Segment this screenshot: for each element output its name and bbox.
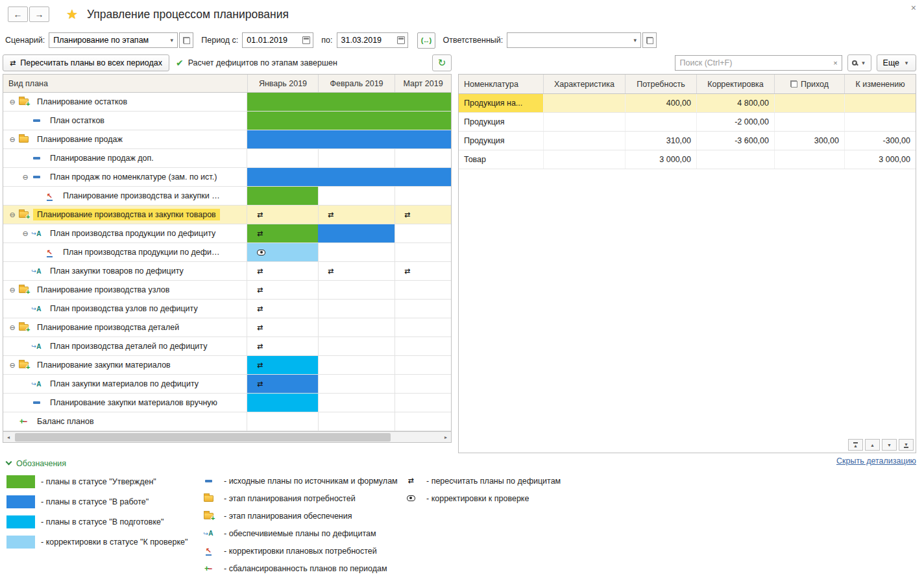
table-cell[interactable]	[543, 113, 625, 131]
scroll-up-button[interactable]	[865, 439, 880, 451]
gantt-row[interactable]: План производства деталей по дефициту	[3, 337, 451, 356]
search-button[interactable]	[847, 54, 871, 71]
clear-search-icon[interactable]	[830, 59, 842, 67]
gantt-bar[interactable]	[247, 168, 451, 186]
gantt-month-cell[interactable]	[395, 149, 451, 167]
gantt-month-cell[interactable]	[247, 149, 318, 167]
gantt-month-cell[interactable]	[395, 337, 451, 355]
gantt-row[interactable]: Планирование продаж	[3, 130, 451, 149]
gantt-month-cell[interactable]	[395, 356, 451, 374]
gantt-month-cell[interactable]	[395, 206, 451, 224]
scenario-choose-button[interactable]	[179, 32, 193, 48]
table-cell[interactable]: 300,00	[774, 132, 844, 150]
expander-icon[interactable]	[9, 286, 15, 294]
scrollbar-thumb[interactable]	[15, 433, 391, 442]
search-input[interactable]	[675, 58, 830, 67]
calendar-icon[interactable]	[300, 33, 313, 47]
gantt-bar[interactable]	[247, 112, 451, 130]
table-cell[interactable]	[774, 94, 844, 112]
table-cell[interactable]	[543, 94, 625, 112]
gantt-row[interactable]: Планирование закупки материалов	[3, 356, 451, 375]
plan-label-cell[interactable]: Планирование закупки материалов	[3, 356, 247, 374]
period-to-field[interactable]	[337, 32, 408, 48]
gantt-month-cell[interactable]	[318, 281, 395, 299]
column-header-february[interactable]: Февраль 2019	[318, 75, 395, 92]
gantt-month-cell[interactable]	[318, 300, 395, 318]
table-cell[interactable]	[543, 132, 625, 150]
gantt-bar[interactable]	[247, 394, 318, 412]
gantt-month-cell[interactable]	[318, 412, 395, 431]
expander-icon[interactable]	[9, 361, 15, 370]
expander-icon[interactable]	[9, 324, 15, 332]
back-button[interactable]	[8, 6, 28, 22]
gantt-month-cell[interactable]	[318, 187, 395, 205]
refresh-button[interactable]	[432, 54, 452, 71]
favorite-star-icon[interactable]	[66, 6, 78, 22]
table-row[interactable]: Продукция310,00-3 600,00300,00-300,00	[459, 132, 916, 150]
plan-label-cell[interactable]: План закупки материалов по дефициту	[3, 375, 247, 393]
gantt-bar[interactable]	[247, 243, 318, 261]
legend-toggle[interactable]: Обозначения	[6, 459, 66, 468]
calendar-icon[interactable]	[395, 33, 407, 47]
gantt-bar[interactable]	[247, 375, 318, 393]
gantt-month-cell[interactable]	[318, 394, 395, 412]
gantt-row[interactable]: План производства продукции по дефициту	[3, 224, 451, 243]
scroll-last-button[interactable]	[899, 439, 914, 451]
table-cell[interactable]: 310,00	[625, 132, 696, 150]
table-cell[interactable]: -3 600,00	[696, 132, 774, 150]
expander-icon[interactable]	[9, 211, 15, 219]
gantt-bar[interactable]	[318, 224, 395, 242]
plan-label-cell[interactable]: Планирование производства и закупки това…	[3, 206, 247, 224]
plan-label-cell[interactable]: План производства деталей по дефициту	[3, 337, 247, 355]
gantt-month-cell[interactable]	[318, 356, 395, 374]
gantt-month-cell[interactable]	[318, 243, 395, 261]
plan-label-cell[interactable]: План закупки товаров по дефициту	[3, 262, 247, 280]
plan-label-cell[interactable]: План производства узлов по дефициту	[3, 300, 247, 318]
close-button[interactable]	[911, 3, 916, 13]
column-header-correction[interactable]: Корректировка	[696, 75, 774, 93]
gantt-row[interactable]: Планирование продаж доп.	[3, 149, 451, 168]
table-cell[interactable]: -300,00	[844, 132, 916, 150]
plan-label-cell[interactable]: Планирование производства деталей	[3, 318, 247, 337]
expander-icon[interactable]	[22, 230, 28, 238]
plan-label-cell[interactable]: Планирование продаж доп.	[3, 149, 247, 167]
table-cell[interactable]: 400,00	[625, 94, 696, 112]
plan-label-cell[interactable]: План производства продукции по дефи…	[3, 243, 247, 261]
gantt-month-cell[interactable]	[395, 318, 451, 337]
table-cell[interactable]: Продукция	[459, 113, 543, 131]
gantt-month-cell[interactable]	[318, 337, 395, 355]
scroll-right-icon[interactable]	[441, 432, 451, 442]
gantt-bar[interactable]	[247, 93, 451, 111]
gantt-month-cell[interactable]	[395, 375, 451, 393]
table-cell[interactable]	[844, 113, 916, 131]
gantt-month-cell[interactable]	[395, 262, 451, 280]
column-header-plan-type[interactable]: Вид плана	[3, 75, 247, 92]
table-cell[interactable]	[625, 113, 696, 131]
plan-label-cell[interactable]: План производства продукции по дефициту	[3, 224, 247, 242]
gantt-row[interactable]: План продаж по номенклатуре (зам. по ист…	[3, 168, 451, 187]
responsible-input[interactable]	[507, 34, 629, 47]
table-cell[interactable]: -2 000,00	[696, 113, 774, 131]
expander-icon[interactable]	[22, 173, 28, 182]
gantt-row[interactable]: Баланс планов	[3, 412, 451, 431]
gantt-row[interactable]: План производства продукции по дефи…	[3, 243, 451, 262]
chevron-down-icon[interactable]	[629, 33, 640, 47]
gantt-month-cell[interactable]	[395, 394, 451, 412]
gantt-row[interactable]: Планирование производства и закупки това…	[3, 206, 451, 224]
gantt-month-cell[interactable]	[395, 281, 451, 299]
gantt-bar[interactable]	[247, 224, 318, 242]
plan-label-cell[interactable]: План остатков	[3, 112, 247, 130]
gantt-month-cell[interactable]	[395, 243, 451, 261]
gantt-bar[interactable]	[247, 130, 451, 148]
gantt-month-cell[interactable]	[395, 300, 451, 318]
table-cell[interactable]: Продукция	[459, 132, 543, 150]
column-header-characteristic[interactable]: Характеристика	[543, 75, 625, 93]
plan-label-cell[interactable]: Планирование остатков	[3, 93, 247, 111]
scroll-down-button[interactable]	[882, 439, 897, 451]
plan-label-cell[interactable]: Планирование производства и закупки …	[3, 187, 247, 205]
column-header-january[interactable]: Январь 2019	[247, 75, 318, 92]
period-to-input[interactable]	[337, 36, 395, 45]
table-row[interactable]: Товар3 000,003 000,00	[459, 150, 916, 169]
table-row[interactable]: Продукция на...400,004 800,00	[459, 94, 916, 113]
table-cell[interactable]: 3 000,00	[625, 150, 696, 169]
